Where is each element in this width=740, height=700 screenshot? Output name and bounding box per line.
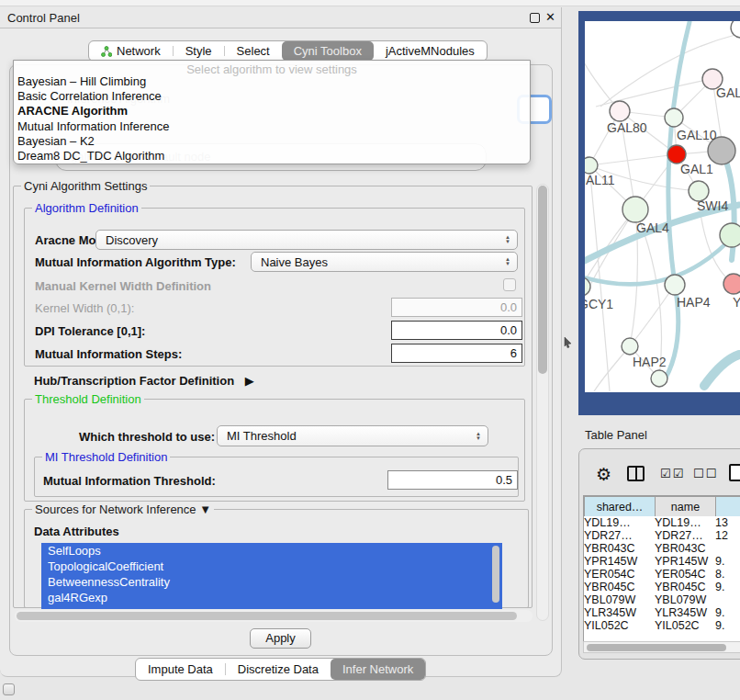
table-row[interactable]: YPR145WYPR145W9.	[584, 555, 740, 568]
algo-item-bayesian-hill[interactable]: Bayesian – Hill Climbing	[14, 74, 530, 89]
node-gal11[interactable]	[585, 157, 598, 174]
which-threshold-value: MI Threshold	[227, 429, 297, 443]
checked-boxes-icon[interactable]: ☑☑	[660, 467, 685, 480]
spinner-arrows-icon: ▲▼	[505, 253, 510, 271]
aracne-mode-value: Discovery	[106, 233, 158, 247]
which-threshold-combobox[interactable]: MI Threshold ▲▼	[217, 425, 488, 446]
table-row[interactable]: YIL052CYIL052C9.	[584, 619, 740, 632]
algo-item-dream8[interactable]: Dream8 DC_TDC Algorithm	[14, 149, 530, 164]
columns-icon[interactable]	[627, 466, 645, 481]
manual-kernel-label: Manual Kernel Width Definition	[35, 279, 211, 293]
table-row[interactable]: YDL19…YDL19…13	[584, 516, 740, 529]
desktop-top-strip	[0, 0, 740, 6]
table-horizontal-scrollbar[interactable]	[583, 641, 740, 653]
unchecked-boxes-icon[interactable]: ☐☐	[693, 467, 718, 480]
sources-title-text: Sources for Network Inference	[35, 502, 196, 516]
network-graph: GAL GAL80 GAL10 GAL1 GAL11 SWI4 GAL4 GCY…	[585, 21, 740, 392]
mi-threshold-field[interactable]: 0.5	[387, 470, 518, 490]
algorithm-definition-title: Algorithm Definition	[32, 201, 141, 215]
settings-horizontal-scrollbar-thumb[interactable]	[17, 612, 517, 620]
dpi-tolerance-label: DPI Tolerance [0,1]:	[35, 324, 145, 338]
network-canvas[interactable]: GAL GAL80 GAL10 GAL1 GAL11 SWI4 GAL4 GCY…	[585, 21, 740, 392]
network-icon	[101, 46, 112, 57]
algo-item-basic-correlation[interactable]: Basic Correlation Inference	[14, 89, 530, 104]
table-row[interactable]: YER054CYER054C8.	[584, 568, 740, 581]
mi-threshold-group-title: MI Threshold Definition	[42, 450, 170, 464]
attr-item-gal4rgexp[interactable]: gal4RGexp	[41, 590, 502, 605]
node-table-header: shared… name A	[583, 495, 740, 517]
algo-item-aracne[interactable]: ARACNE Algorithm	[14, 104, 530, 119]
node-label: HAP2	[633, 355, 667, 369]
tab-jactivemnodules[interactable]: jActiveMNodules	[374, 41, 487, 61]
close-icon[interactable]: ✕	[545, 10, 555, 24]
tab-impute-data[interactable]: Impute Data	[136, 659, 225, 680]
node-hap2[interactable]	[622, 338, 638, 355]
mi-type-label: Mutual Information Algorithm Type:	[35, 255, 236, 269]
tab-infer-network[interactable]: Infer Network	[331, 659, 425, 680]
spinner-arrows-icon: ▲▼	[476, 426, 481, 446]
data-attributes-label: Data Attributes	[34, 525, 119, 538]
node-label: Y	[733, 295, 740, 310]
manual-kernel-checkbox[interactable]	[503, 278, 516, 291]
settings-group-title: Cyni Algorithm Settings	[21, 179, 150, 193]
algo-item-bayesian-k2[interactable]: Bayesian – K2	[14, 134, 530, 149]
attr-item-topological[interactable]: TopologicalCoefficient	[41, 559, 502, 574]
sources-group-title[interactable]: Sources for Network Inference ▼	[32, 502, 214, 516]
data-attributes-list[interactable]: SelfLoops TopologicalCoefficient Between…	[41, 543, 502, 609]
node-hap4[interactable]	[665, 275, 685, 295]
node-bottom[interactable]	[651, 370, 667, 387]
attr-item-betweenness[interactable]: BetweennessCentrality	[41, 574, 502, 590]
node-label: SWI4	[697, 198, 728, 213]
mi-steps-field[interactable]: 6	[391, 344, 522, 363]
attr-item-selfloops[interactable]: SelfLoops	[41, 543, 502, 559]
node-gal10[interactable]	[665, 108, 683, 127]
expander-down-icon: ▼	[199, 502, 211, 516]
control-panel-titlebar	[0, 7, 561, 28]
algo-item-mutual-information[interactable]: Mutual Information Inference	[14, 119, 530, 134]
kernel-width-label: Kernel Width (0,1):	[35, 301, 134, 315]
kernel-width-field[interactable]: 0.0	[391, 298, 522, 317]
tab-cyni-toolbox[interactable]: Cyni Toolbox	[282, 41, 374, 61]
algorithm-dropdown-popup: Select algorithm to view settings Bayesi…	[13, 60, 531, 164]
control-panel-tabbar: Network Style Select Cyni Toolbox jActiv…	[88, 40, 488, 62]
expander-right-icon: ▶	[245, 374, 254, 388]
which-threshold-label: Which threshold to use:	[79, 430, 215, 444]
settings-vertical-scrollbar-thumb[interactable]	[538, 186, 547, 374]
node-gal1[interactable]	[667, 145, 686, 164]
page-icon[interactable]	[729, 464, 740, 481]
node-table-rows[interactable]: YDL19…YDL19…13 YDR27…YDR27…12 YBR043CYBR…	[583, 516, 740, 641]
node-label: GAL4	[636, 220, 669, 235]
apply-button[interactable]: Apply	[250, 628, 311, 649]
tab-network[interactable]: Network	[89, 41, 173, 61]
table-row[interactable]: YLR345WYLR345W9.	[584, 606, 740, 619]
node-gal80[interactable]	[610, 101, 630, 121]
column-header-shared[interactable]: shared…	[585, 497, 656, 517]
mi-type-value: Naive Bayes	[261, 255, 328, 269]
float-window-icon[interactable]	[530, 13, 540, 23]
table-row[interactable]: YDR27…YDR27…12	[584, 529, 740, 542]
table-row[interactable]: YBR043CYBR043C	[584, 542, 740, 555]
column-header-name[interactable]: name	[656, 497, 716, 517]
table-row[interactable]: YBR045CYBR045C9.	[584, 581, 740, 593]
column-header-third[interactable]: A	[716, 497, 740, 517]
tab-select[interactable]: Select	[225, 41, 282, 61]
node-salmon[interactable]	[723, 274, 740, 294]
node-gal4[interactable]	[622, 197, 648, 222]
hub-definition-expander[interactable]: Hub/Transcription Factor Definition ▶	[34, 374, 254, 388]
tab-discretize-data[interactable]: Discretize Data	[226, 659, 331, 680]
gear-icon[interactable]: ⚙	[596, 464, 611, 485]
mi-steps-label: Mutual Information Steps:	[35, 347, 182, 361]
mi-type-combobox[interactable]: Naive Bayes ▲▼	[251, 252, 518, 272]
table-horizontal-scrollbar-thumb[interactable]	[587, 644, 726, 651]
table-row[interactable]: YBL079WYBL079W	[584, 593, 740, 606]
panel-corner-icon[interactable]	[3, 683, 15, 695]
aracne-mode-combobox[interactable]: Discovery ▲▼	[95, 230, 518, 250]
algorithm-placeholder: Select algorithm to view settings	[14, 61, 530, 74]
node-right-green[interactable]	[720, 223, 740, 247]
tab-style[interactable]: Style	[174, 41, 224, 61]
node-label: GAL10	[677, 128, 717, 142]
node-label: GAL80	[607, 120, 647, 135]
dpi-tolerance-field[interactable]: 0.0	[391, 321, 522, 340]
hub-definition-label: Hub/Transcription Factor Definition	[34, 374, 234, 388]
list-scrollbar-thumb[interactable]	[492, 546, 499, 603]
